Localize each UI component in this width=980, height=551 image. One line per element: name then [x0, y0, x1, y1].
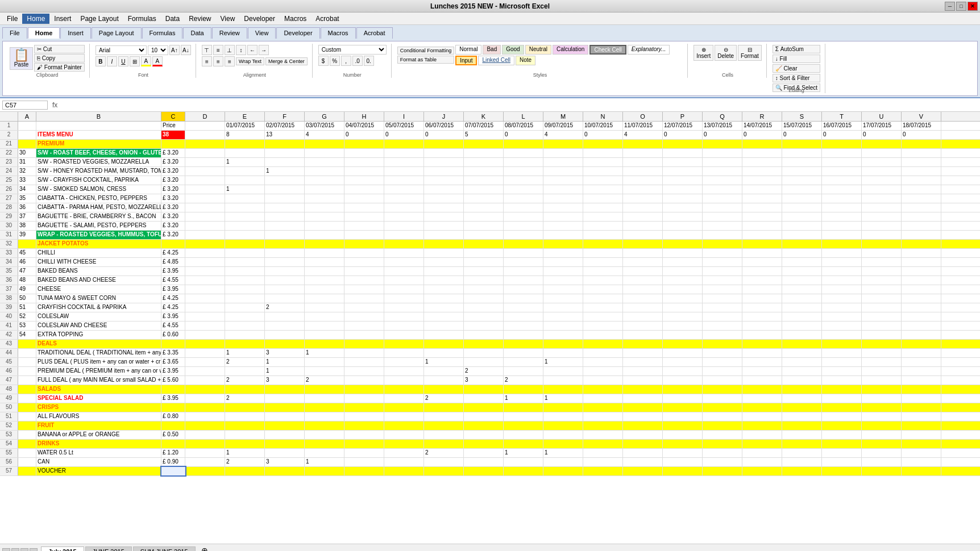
cell-k34[interactable]: [464, 258, 504, 266]
cell-g55[interactable]: [305, 449, 344, 457]
cell-o25[interactable]: [623, 176, 663, 185]
cell-v55[interactable]: [902, 449, 941, 457]
cell-v22[interactable]: [902, 149, 941, 157]
cell-l40[interactable]: [504, 312, 543, 321]
cell-j27[interactable]: [424, 194, 464, 203]
cell-n21[interactable]: [583, 140, 623, 148]
cell-s21[interactable]: [782, 140, 822, 148]
cell-t43[interactable]: [822, 340, 862, 348]
cell-q32[interactable]: [703, 240, 742, 248]
cell-q37[interactable]: [703, 285, 742, 294]
cell-p25[interactable]: [663, 176, 703, 185]
cell-h36[interactable]: [344, 276, 384, 285]
cell-d27[interactable]: [185, 194, 225, 203]
cell-r41[interactable]: [742, 322, 782, 330]
cell-j45[interactable]: 1: [424, 358, 464, 366]
cell-m50[interactable]: [543, 403, 583, 412]
cell-i31[interactable]: [384, 231, 424, 239]
cell-i40[interactable]: [384, 312, 424, 321]
cell-k54[interactable]: [464, 440, 504, 448]
cell-r38[interactable]: [742, 294, 782, 303]
cell-f46[interactable]: 1: [265, 367, 305, 375]
cell-u23[interactable]: [862, 158, 902, 166]
cell-f54[interactable]: [265, 440, 305, 448]
ribbon-tab-macros[interactable]: Macros: [321, 27, 356, 39]
cell-r24[interactable]: [742, 167, 782, 176]
cell-t48[interactable]: [822, 385, 862, 394]
cell-m48[interactable]: [543, 385, 583, 394]
cell-v48[interactable]: [902, 385, 941, 394]
cell-p26[interactable]: [663, 185, 703, 194]
cell-l57[interactable]: [504, 467, 543, 475]
cell-a29[interactable]: 37: [18, 212, 36, 221]
cell-i1[interactable]: 05/07/2015: [384, 122, 424, 130]
cell-k32[interactable]: [464, 240, 504, 248]
cell-p2[interactable]: 0: [663, 131, 703, 139]
cell-i46[interactable]: [384, 367, 424, 375]
cell-f24[interactable]: 1: [265, 167, 305, 176]
cell-s38[interactable]: [782, 294, 822, 303]
cell-k46[interactable]: 2: [464, 367, 504, 375]
cell-t21[interactable]: [822, 140, 862, 148]
cell-d57[interactable]: [185, 467, 225, 475]
cell-k51[interactable]: [464, 412, 504, 421]
cell-h30[interactable]: [344, 222, 384, 230]
cell-r35[interactable]: [742, 267, 782, 276]
cell-f49[interactable]: [265, 394, 305, 403]
cell-v32[interactable]: [902, 240, 941, 248]
cell-j47[interactable]: [424, 376, 464, 385]
cell-i2[interactable]: 0: [384, 131, 424, 139]
cell-d47[interactable]: [185, 376, 225, 385]
cell-e25[interactable]: [225, 176, 265, 185]
cell-d24[interactable]: [185, 167, 225, 176]
cell-i28[interactable]: [384, 203, 424, 212]
cell-r49[interactable]: [742, 394, 782, 403]
cell-o38[interactable]: [623, 294, 663, 303]
cell-i47[interactable]: [384, 376, 424, 385]
cell-l1[interactable]: 08/07/2015: [504, 122, 543, 130]
cell-q45[interactable]: [703, 358, 742, 366]
cell-h45[interactable]: [344, 358, 384, 366]
cell-l2[interactable]: 0: [504, 131, 543, 139]
cell-j36[interactable]: [424, 276, 464, 285]
cell-j38[interactable]: [424, 294, 464, 303]
cell-s42[interactable]: [782, 331, 822, 339]
cell-q2[interactable]: 0: [703, 131, 742, 139]
cell-e42[interactable]: [225, 331, 265, 339]
cell-n44[interactable]: [583, 349, 623, 357]
minimize-button[interactable]: ─: [945, 2, 955, 11]
cell-o50[interactable]: [623, 403, 663, 412]
ribbon-tab-insert[interactable]: Insert: [60, 27, 91, 39]
cell-s57[interactable]: [782, 467, 822, 475]
cell-p40[interactable]: [663, 312, 703, 321]
cell-r28[interactable]: [742, 203, 782, 212]
center-align-button[interactable]: ≡: [213, 56, 223, 66]
cell-a48[interactable]: [18, 385, 36, 394]
cell-r1[interactable]: 14/07/2015: [742, 122, 782, 130]
cell-e21[interactable]: [225, 140, 265, 148]
cell-h39[interactable]: [344, 303, 384, 312]
paste-button[interactable]: 📋 Paste: [10, 47, 33, 70]
cell-f41[interactable]: [265, 322, 305, 330]
cell-a28[interactable]: 36: [18, 203, 36, 212]
cell-c35[interactable]: £ 3.95: [161, 267, 185, 276]
cell-u31[interactable]: [862, 231, 902, 239]
cell-j32[interactable]: [424, 240, 464, 248]
cell-l41[interactable]: [504, 322, 543, 330]
decrease-decimal-button[interactable]: 0.: [364, 56, 374, 66]
cell-u41[interactable]: [862, 322, 902, 330]
cell-r52[interactable]: [742, 421, 782, 430]
cell-d41[interactable]: [185, 322, 225, 330]
cell-d2[interactable]: [185, 131, 225, 139]
cell-c45[interactable]: £ 3.65: [161, 358, 185, 366]
cell-r30[interactable]: [742, 222, 782, 230]
cell-h47[interactable]: [344, 376, 384, 385]
cell-v39[interactable]: [902, 303, 941, 312]
cell-a30[interactable]: 38: [18, 222, 36, 230]
cell-o53[interactable]: [623, 431, 663, 439]
cell-e33[interactable]: [225, 249, 265, 257]
cell-u24[interactable]: [862, 167, 902, 176]
cell-a45[interactable]: [18, 358, 36, 366]
cell-h31[interactable]: [344, 231, 384, 239]
cell-r57[interactable]: [742, 467, 782, 475]
